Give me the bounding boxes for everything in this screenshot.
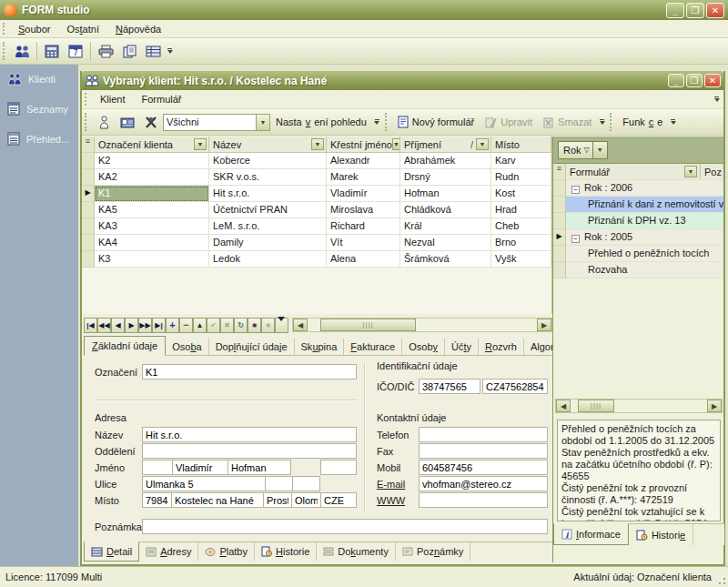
oddeleni-input[interactable]: [142, 443, 357, 459]
tree-item-row-selected[interactable]: Přiznání k dani z nemovitostí vz: [553, 197, 723, 213]
toolbar-overflow-button[interactable]: [597, 112, 607, 133]
forms-horizontal-scrollbar[interactable]: ◀ ▶: [555, 399, 723, 413]
ico-input[interactable]: [419, 379, 480, 394]
kraj-input[interactable]: [291, 492, 321, 508]
tree-item-row[interactable]: Přiznání k DPH vz. 13: [553, 213, 723, 229]
jmeno-suffix-input[interactable]: [320, 460, 357, 475]
menu-formular[interactable]: Formulář: [134, 91, 190, 107]
client-card-button[interactable]: [116, 112, 138, 133]
nav-prior-page-button[interactable]: ◀◀: [97, 318, 111, 333]
nav-insert-button[interactable]: +: [166, 318, 179, 333]
toolbar-overflow-button[interactable]: [372, 112, 382, 133]
poznamka-input[interactable]: [142, 519, 548, 534]
nav-post-button[interactable]: ✔: [207, 318, 220, 333]
tab-fakturace[interactable]: Fakturace: [344, 339, 402, 355]
nav-refresh-button[interactable]: ↻: [234, 318, 248, 333]
column-filter-button[interactable]: ▼: [392, 138, 400, 150]
ulice-num2-input[interactable]: [292, 476, 320, 491]
nav-cancel-button[interactable]: ✖: [220, 318, 234, 333]
tab-adresy[interactable]: Adresy: [139, 542, 198, 561]
nav-search-next-button[interactable]: ∗: [261, 318, 275, 333]
list-toolbar-button[interactable]: [142, 41, 164, 62]
column-header-poz[interactable]: Poz: [700, 164, 723, 180]
delete-client-button[interactable]: [140, 112, 162, 133]
okres-input[interactable]: [263, 492, 292, 508]
client-minimize-button[interactable]: _: [668, 74, 684, 87]
calendar-toolbar-button[interactable]: 7: [65, 41, 86, 62]
ulice-num1-input[interactable]: [265, 476, 293, 491]
collapse-icon[interactable]: −: [571, 186, 580, 194]
tree-item-row[interactable]: Rozvaha: [553, 262, 723, 278]
nav-last-button[interactable]: ▶|: [152, 318, 166, 333]
functions-button[interactable]: Funkce: [617, 114, 668, 130]
scroll-left-icon[interactable]: ◀: [556, 400, 571, 412]
tab-dokumenty[interactable]: Dokumenty: [317, 542, 396, 561]
tab-ucty[interactable]: Účty: [445, 339, 479, 355]
maximize-button[interactable]: ❐: [686, 3, 704, 18]
column-header-formular[interactable]: Formulář▼: [566, 164, 700, 180]
menu-ostatni[interactable]: Ostatní: [58, 21, 106, 37]
nav-next-button[interactable]: ▶: [125, 318, 138, 333]
view-settings-button[interactable]: Nastavení pohledu: [270, 114, 372, 130]
sidebar-item-seznamy[interactable]: Seznamy: [0, 94, 78, 124]
resize-grip[interactable]: [715, 574, 726, 585]
tree-group-row[interactable]: −Rok : 2006: [553, 180, 723, 197]
toolbar-overflow-button[interactable]: [668, 112, 678, 133]
minimize-button[interactable]: _: [666, 3, 684, 18]
menubar-overflow-button[interactable]: [712, 89, 722, 110]
tree-item-row[interactable]: Přehled o peněžních tocích: [553, 246, 723, 262]
table-row[interactable]: KA3 LeM. s.r.o. Richard Král Cheb: [82, 218, 551, 235]
psc-input[interactable]: [142, 492, 172, 508]
group-by-rok-chip[interactable]: Rok ▽ ▼: [558, 141, 608, 159]
view-filter-combobox[interactable]: Všichni ▼: [163, 114, 270, 131]
nazev-input[interactable]: [142, 427, 357, 442]
dic-input[interactable]: [482, 379, 548, 394]
tab-poznamky[interactable]: Poznámky: [396, 542, 470, 561]
nav-search-button[interactable]: ∗: [248, 318, 261, 333]
table-row[interactable]: K3 Ledok Alena Šrámková Vyšk: [82, 251, 551, 268]
close-button[interactable]: ✕: [706, 3, 724, 18]
toolbar-overflow-button[interactable]: [165, 41, 175, 62]
column-header-krestni[interactable]: Křestní jméno▼: [327, 137, 400, 153]
chevron-down-icon[interactable]: ▼: [592, 142, 607, 158]
column-filter-button[interactable]: ▼: [476, 138, 489, 150]
nav-first-button[interactable]: |◀: [84, 318, 97, 333]
scrollbar-thumb[interactable]: [578, 400, 614, 412]
tab-informace[interactable]: i Informace: [553, 523, 629, 545]
tab-historie-panel[interactable]: Historie: [629, 524, 693, 545]
calculator-toolbar-button[interactable]: [41, 41, 63, 62]
table-row-selected[interactable]: ▶ K1 Hit s.r.o. Vladimír Hofman Kost: [82, 186, 551, 202]
telefon-input[interactable]: [419, 427, 548, 442]
column-header-misto[interactable]: Místo: [491, 137, 551, 153]
fax-input[interactable]: [419, 443, 548, 459]
client-close-button[interactable]: ✕: [704, 74, 721, 87]
table-row[interactable]: KA2 SKR v.o.s. Marek Drsný Rudn: [82, 169, 551, 186]
misto-input[interactable]: [171, 492, 264, 508]
print-toolbar-button[interactable]: [95, 41, 116, 62]
email-input[interactable]: [419, 476, 548, 491]
clients-toolbar-button[interactable]: [11, 41, 33, 62]
table-row[interactable]: KA4 Damily Vít Nezval Brno: [82, 235, 551, 251]
column-header-prijmeni[interactable]: Příjmení/▼: [400, 137, 491, 153]
www-input[interactable]: [419, 492, 548, 508]
tab-detail[interactable]: Detail: [84, 541, 139, 562]
menu-soubor[interactable]: Soubor: [10, 21, 58, 37]
chevron-down-icon[interactable]: ▼: [256, 115, 269, 130]
sidebar-item-klienti[interactable]: Klienti: [0, 65, 78, 94]
column-header-nazev[interactable]: Název▼: [209, 137, 327, 153]
column-header-oznaceni[interactable]: Označení klienta▼: [95, 137, 209, 153]
oznaceni-input[interactable]: [142, 364, 357, 380]
nav-filter-button[interactable]: [275, 318, 288, 333]
tab-rozvrh[interactable]: Rozvrh: [479, 339, 524, 355]
new-client-button[interactable]: [93, 112, 115, 133]
scrollbar-thumb[interactable]: [320, 319, 416, 331]
delete-form-button[interactable]: Smazat: [538, 114, 597, 131]
www-link-label[interactable]: WWW: [377, 495, 405, 506]
mobil-input[interactable]: [419, 460, 548, 475]
column-filter-button[interactable]: ▼: [194, 138, 207, 150]
nav-next-page-button[interactable]: ▶▶: [138, 318, 152, 333]
sidebar-item-prehled[interactable]: Přehled...: [0, 124, 78, 154]
tree-group-row-current[interactable]: ▶ −Rok : 2005: [553, 229, 723, 246]
nav-edit-button[interactable]: ▲: [193, 318, 207, 333]
new-form-button[interactable]: Nový formulář: [392, 113, 480, 131]
